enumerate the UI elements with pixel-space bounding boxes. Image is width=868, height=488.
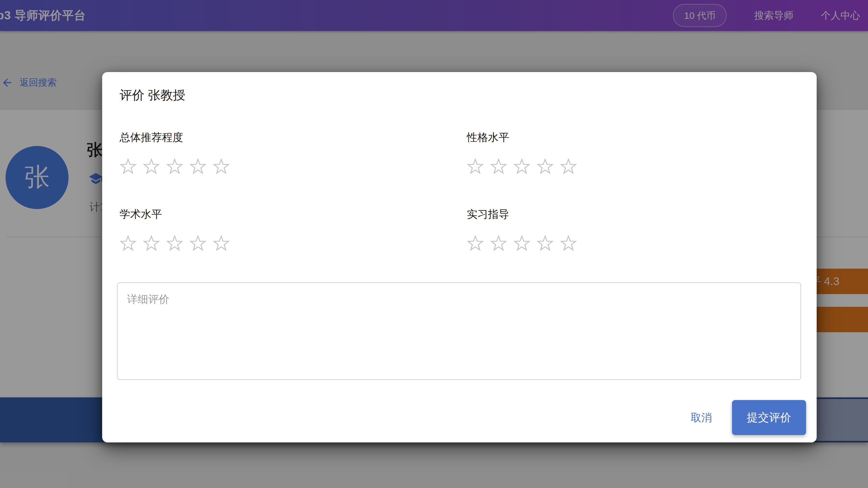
rating-label: 总体推荐程度 bbox=[120, 131, 230, 144]
star-rating-input[interactable] bbox=[120, 235, 230, 252]
star-icon[interactable] bbox=[514, 235, 530, 252]
submit-review-button[interactable]: 提交评价 bbox=[732, 400, 806, 435]
star-icon[interactable] bbox=[490, 235, 507, 252]
rating-label: 性格水平 bbox=[467, 131, 577, 144]
star-icon[interactable] bbox=[537, 159, 554, 175]
rating-group-overall: 总体推荐程度 bbox=[120, 131, 230, 175]
star-rating-input[interactable] bbox=[467, 235, 577, 252]
star-icon[interactable] bbox=[213, 159, 230, 175]
star-icon[interactable] bbox=[189, 235, 207, 252]
star-icon[interactable] bbox=[120, 159, 136, 175]
dialog-actions: 取消 提交评价 bbox=[681, 400, 806, 435]
star-icon[interactable] bbox=[143, 159, 160, 175]
rating-label: 实习指导 bbox=[467, 208, 577, 221]
star-icon[interactable] bbox=[537, 235, 554, 252]
screen: b3 导师评价平台 10 代币 搜索导师 个人中心 返回搜索 张 张教授 计算 … bbox=[0, 0, 868, 488]
rating-group-academic: 学术水平 bbox=[120, 208, 230, 252]
star-icon[interactable] bbox=[143, 235, 160, 252]
rating-label: 学术水平 bbox=[120, 208, 230, 221]
rating-group-personality: 性格水平 bbox=[467, 131, 577, 175]
star-icon[interactable] bbox=[120, 235, 136, 252]
cancel-button[interactable]: 取消 bbox=[681, 405, 721, 431]
star-icon[interactable] bbox=[467, 235, 484, 252]
star-icon[interactable] bbox=[514, 159, 530, 175]
star-icon[interactable] bbox=[213, 235, 230, 252]
star-icon[interactable] bbox=[467, 159, 484, 175]
star-icon[interactable] bbox=[490, 159, 507, 175]
star-icon[interactable] bbox=[189, 159, 207, 175]
rate-mentor-dialog: 评价 张教授 总体推荐程度 性格水平 学术水平 实习指导 取消 提交评价 bbox=[102, 72, 817, 442]
detailed-review-textarea[interactable] bbox=[117, 282, 801, 380]
star-rating-input[interactable] bbox=[120, 159, 230, 175]
rating-group-internship: 实习指导 bbox=[467, 208, 577, 252]
dialog-title: 评价 张教授 bbox=[120, 87, 185, 104]
star-icon[interactable] bbox=[166, 159, 183, 175]
star-icon[interactable] bbox=[560, 159, 577, 175]
star-icon[interactable] bbox=[560, 235, 577, 252]
star-rating-input[interactable] bbox=[467, 159, 577, 175]
star-icon[interactable] bbox=[166, 235, 183, 252]
